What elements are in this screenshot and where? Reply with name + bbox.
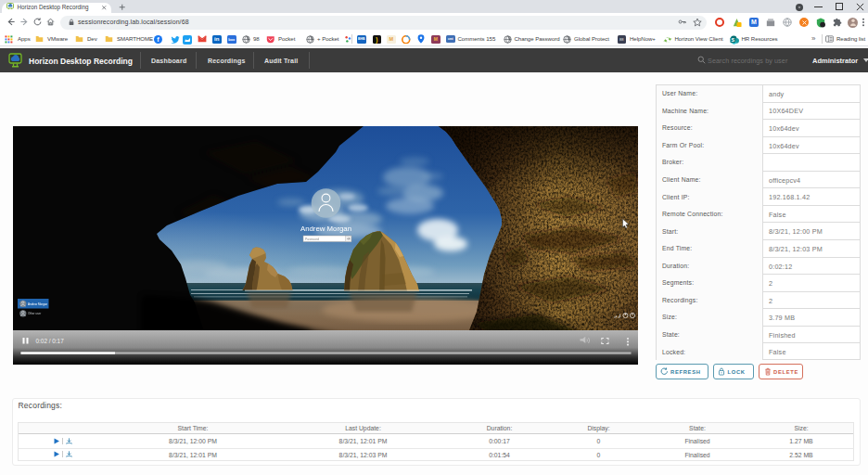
svg-text:S: S [731, 37, 734, 43]
svg-text:Password: Password [305, 238, 319, 241]
svg-text:Andrew Morgan: Andrew Morgan [300, 225, 351, 233]
svg-text:Andrew Morgan: Andrew Morgan [28, 302, 48, 306]
svg-text:0:02 / 0:17: 0:02 / 0:17 [36, 338, 65, 344]
svg-text:Other user: Other user [28, 312, 41, 315]
